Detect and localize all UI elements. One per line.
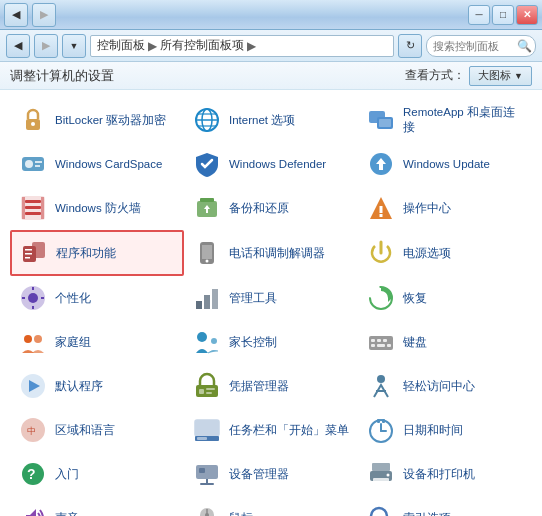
items-grid: BitLocker 驱动器加密Internet 选项RemoteApp 和桌面连… bbox=[10, 98, 532, 516]
svg-rect-39 bbox=[196, 301, 202, 309]
management-icon bbox=[191, 282, 223, 314]
item-personalize[interactable]: 个性化 bbox=[10, 276, 184, 320]
minimize-button[interactable]: ─ bbox=[468, 5, 490, 25]
internet-icon bbox=[191, 104, 223, 136]
devprinter-icon bbox=[365, 458, 397, 490]
item-defender[interactable]: Windows Defender bbox=[184, 142, 358, 186]
item-firewall[interactable]: Windows 防火墙 bbox=[10, 186, 184, 230]
defaultprog-icon bbox=[17, 370, 49, 402]
item-telephone[interactable]: 电话和调制解调器 bbox=[184, 230, 358, 276]
winupdate-label: Windows Update bbox=[403, 157, 490, 172]
forward-nav-button[interactable]: ▶ bbox=[34, 34, 58, 58]
actioncenter-label: 操作中心 bbox=[403, 201, 451, 216]
svg-point-46 bbox=[211, 338, 217, 344]
item-datetime[interactable]: 日期和时间 bbox=[358, 408, 532, 452]
item-parental[interactable]: 家长控制 bbox=[184, 320, 358, 364]
item-keyboard[interactable]: 键盘 bbox=[358, 320, 532, 364]
datetime-label: 日期和时间 bbox=[403, 423, 463, 438]
svg-rect-17 bbox=[25, 206, 41, 209]
item-recovery[interactable]: 恢复 bbox=[358, 276, 532, 320]
back-button[interactable]: ◀ bbox=[4, 3, 28, 27]
item-management[interactable]: 管理工具 bbox=[184, 276, 358, 320]
telephone-label: 电话和调制解调器 bbox=[229, 246, 325, 261]
item-region[interactable]: 中区域和语言 bbox=[10, 408, 184, 452]
defender-icon bbox=[191, 148, 223, 180]
power-icon bbox=[365, 237, 397, 269]
address-bar: ◀ ▶ ▼ 控制面板 ▶ 所有控制面板项 ▶ ↻ 🔍 bbox=[0, 30, 542, 62]
item-devprinter[interactable]: 设备和打印机 bbox=[358, 452, 532, 496]
svg-rect-28 bbox=[25, 253, 32, 255]
svg-rect-57 bbox=[206, 388, 215, 390]
forward-button[interactable]: ▶ bbox=[32, 3, 56, 27]
keyboard-icon bbox=[365, 326, 397, 358]
svg-rect-76 bbox=[200, 483, 214, 485]
programs-icon bbox=[18, 237, 50, 269]
search-input[interactable] bbox=[433, 40, 513, 52]
item-power[interactable]: 电源选项 bbox=[358, 230, 532, 276]
breadcrumb[interactable]: 控制面板 ▶ 所有控制面板项 ▶ bbox=[90, 35, 394, 57]
search-box[interactable]: 🔍 bbox=[426, 35, 536, 57]
defender-label: Windows Defender bbox=[229, 157, 326, 172]
management-label: 管理工具 bbox=[229, 291, 277, 306]
svg-rect-19 bbox=[22, 197, 25, 219]
svg-rect-31 bbox=[202, 245, 212, 259]
item-backup[interactable]: 备份和还原 bbox=[184, 186, 358, 230]
winupdate-icon bbox=[365, 148, 397, 180]
item-devmanager[interactable]: 设备管理器 bbox=[184, 452, 358, 496]
svg-rect-79 bbox=[373, 478, 389, 486]
item-sound[interactable]: 声音 bbox=[10, 496, 184, 516]
breadcrumb-separator-2: ▶ bbox=[247, 39, 256, 53]
item-actioncenter[interactable]: 操作中心 bbox=[358, 186, 532, 230]
svg-rect-70 bbox=[382, 419, 385, 423]
content-area: BitLocker 驱动器加密Internet 选项RemoteApp 和桌面连… bbox=[0, 90, 542, 516]
item-winupdate[interactable]: Windows Update bbox=[358, 142, 532, 186]
svg-point-34 bbox=[28, 293, 38, 303]
svg-point-32 bbox=[206, 260, 209, 263]
item-credentials[interactable]: 凭据管理器 bbox=[184, 364, 358, 408]
refresh-button[interactable]: ↻ bbox=[398, 34, 422, 58]
bitlocker-icon bbox=[17, 104, 49, 136]
svg-rect-53 bbox=[387, 344, 391, 347]
region-label: 区域和语言 bbox=[55, 423, 115, 438]
svg-rect-23 bbox=[380, 206, 383, 213]
svg-rect-49 bbox=[377, 339, 381, 342]
item-indexing[interactable]: 索引选项 bbox=[358, 496, 532, 516]
item-homegroup[interactable]: 家庭组 bbox=[10, 320, 184, 364]
close-button[interactable]: ✕ bbox=[516, 5, 538, 25]
item-programs[interactable]: 程序和功能 bbox=[10, 230, 184, 276]
breadcrumb-item-all[interactable]: 所有控制面板项 bbox=[160, 37, 244, 54]
item-defaultprog[interactable]: 默认程序 bbox=[10, 364, 184, 408]
getstarted-label: 入门 bbox=[55, 467, 79, 482]
mouse-label: 鼠标 bbox=[229, 511, 253, 516]
back-nav-button[interactable]: ◀ bbox=[6, 34, 30, 58]
maximize-button[interactable]: □ bbox=[492, 5, 514, 25]
item-taskbar[interactable]: 任务栏和「开始」菜单 bbox=[184, 408, 358, 452]
svg-point-45 bbox=[197, 332, 207, 342]
item-cardspace[interactable]: Windows CardSpace bbox=[10, 142, 184, 186]
devprinter-label: 设备和打印机 bbox=[403, 467, 475, 482]
recovery-icon bbox=[365, 282, 397, 314]
svg-rect-50 bbox=[383, 339, 387, 342]
item-easeyaccess[interactable]: 轻松访问中心 bbox=[358, 364, 532, 408]
item-remoteapp[interactable]: RemoteApp 和桌面连接 bbox=[358, 98, 532, 142]
taskbar-icon bbox=[191, 414, 223, 446]
telephone-icon bbox=[191, 237, 223, 269]
item-getstarted[interactable]: ?入门 bbox=[10, 452, 184, 496]
personalize-label: 个性化 bbox=[55, 291, 91, 306]
indexing-icon bbox=[365, 502, 397, 516]
svg-text:中: 中 bbox=[27, 426, 36, 436]
item-internet[interactable]: Internet 选项 bbox=[184, 98, 358, 142]
dropdown-icon: ▼ bbox=[514, 71, 523, 81]
svg-rect-41 bbox=[212, 289, 218, 309]
item-bitlocker[interactable]: BitLocker 驱动器加密 bbox=[10, 98, 184, 142]
svg-point-43 bbox=[24, 335, 32, 343]
view-selector: 查看方式： 大图标 ▼ bbox=[405, 66, 532, 86]
svg-point-11 bbox=[25, 160, 33, 168]
item-mouse[interactable]: 鼠标 bbox=[184, 496, 358, 516]
breadcrumb-item-controlpanel[interactable]: 控制面板 bbox=[97, 37, 145, 54]
firewall-icon bbox=[17, 192, 49, 224]
recent-nav-button[interactable]: ▼ bbox=[62, 34, 86, 58]
view-mode-button[interactable]: 大图标 ▼ bbox=[469, 66, 532, 86]
toolbar: 调整计算机的设置 查看方式： 大图标 ▼ bbox=[0, 62, 542, 90]
search-icon[interactable]: 🔍 bbox=[517, 39, 532, 53]
